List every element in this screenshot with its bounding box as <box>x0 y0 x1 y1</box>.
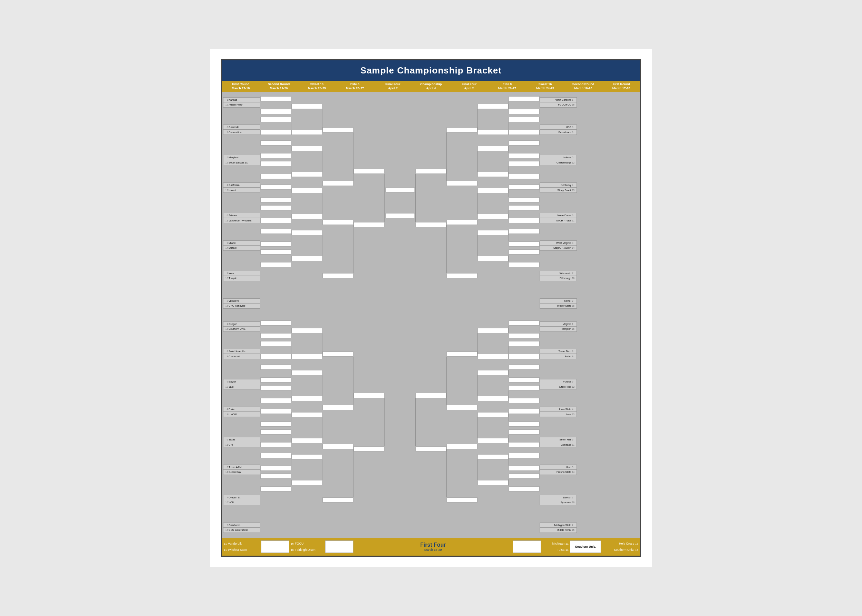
right-e8-bottom <box>446 317 477 536</box>
s16-2a <box>291 146 322 151</box>
rs16-2a <box>477 146 509 151</box>
br-match-1: Virginia1 Hampton16 <box>540 321 577 332</box>
ff-tulsa: Tulsa 11 <box>542 547 569 553</box>
team-north-carolina: North Carolina1 <box>540 97 577 102</box>
adv-2b <box>260 130 291 135</box>
adv-4b <box>260 174 291 179</box>
spacer <box>223 115 260 118</box>
r-match-5: Notre Dame6 MICH / Tulsa11 <box>540 213 577 223</box>
rff-1b <box>416 222 446 227</box>
match-1: 1Kansas 16Austin Peay <box>223 97 260 108</box>
spacer <box>223 230 260 233</box>
br-match-3: Purdue5 Little Rock12 <box>540 379 577 390</box>
r-match-2: USC8 Providence9 <box>540 124 577 135</box>
round-header-r1-right: First RoundMarch 17-18 <box>602 81 640 92</box>
team-mich-tulsa: MICH / Tulsa11 <box>540 218 577 223</box>
round-header-r2-left: Second RoundMarch 19-20 <box>260 81 298 92</box>
b-match-5: 6Texas 11UNI <box>223 437 260 447</box>
ff-tulsa-name: Tulsa <box>557 548 564 552</box>
team-villanova: 2Villanova <box>223 299 260 303</box>
team-michigan-state: Michigan State2 <box>540 523 577 528</box>
b-match-8: 2Oklahoma 15CSU Bakersfield <box>223 523 260 533</box>
team-syracuse: Syracuse10 <box>540 500 577 505</box>
br-match-4: Iowa State4 Iona13 <box>540 407 577 417</box>
rs16-2b <box>477 172 509 177</box>
round-header-ff-right: Final FourApril 2 <box>450 81 488 92</box>
team-utah: Utah3 <box>540 465 577 470</box>
b-match-3: 5Baylor 12Yale <box>223 379 260 390</box>
left-r1-bottom: 1Oregon 16Southern Univ. 8Saint Joseph's… <box>223 317 260 536</box>
spacer <box>223 258 260 264</box>
round-header-ff-left: Final FourApril 2 <box>374 81 412 92</box>
team-texas-tech: Texas Tech8 <box>540 349 577 354</box>
b-match-2: 8Saint Joseph's 9Cincinnati <box>223 349 260 359</box>
round-header-e8-right: Elite 8March 26-27 <box>488 81 526 92</box>
ff-southern-univ-right: Southern Univ. 16 <box>602 547 639 553</box>
rr2-5a <box>509 184 540 190</box>
ff-fairleigh: 16 Fairleigh D'son <box>290 547 325 553</box>
ff-vanderbilt-name: Vanderbilt <box>228 542 242 545</box>
ff-fgcu-seed: 16 <box>290 542 294 545</box>
right-s16-bottom <box>477 317 509 536</box>
match-2: 8Colorado 9Connecticut <box>223 124 260 135</box>
br-match-8: Michigan State2 Middle Tenn.15 <box>540 523 577 533</box>
rr2-6b <box>509 218 540 223</box>
right-r2-top <box>509 93 540 312</box>
ff-witchita-name: Witchita State <box>228 548 247 552</box>
s16-1b <box>291 130 322 135</box>
team-vcu: 10VCU <box>223 500 260 505</box>
rs16-3a <box>477 188 509 193</box>
b-match-1: 1Oregon 16Southern Univ. <box>223 321 260 332</box>
round-header-s16-right: Sweet 16March 24-25 <box>526 81 564 92</box>
left-s16-bottom <box>291 317 322 536</box>
team-saint-josephs: 8Saint Joseph's <box>223 349 260 354</box>
team-california: 4California <box>223 182 260 188</box>
adv-5b <box>260 197 291 203</box>
ff-fgcu: 16 FGCU <box>290 541 325 547</box>
match-4: 4California 13Hawaii <box>223 182 260 193</box>
team-wisconsin: Wisconsin7 <box>540 271 577 276</box>
ff-fgcu-name: FGCU <box>295 542 304 545</box>
team-austin-peay: 16Austin Peay <box>223 102 260 108</box>
br-match-7: Dayton7 Syracuse10 <box>540 495 577 505</box>
r-match-3: Indiana5 Chattanooga12 <box>540 155 577 165</box>
team-vanderbilt-witchita: 11Vanderbilt / Witchita <box>223 218 260 223</box>
spacer <box>223 200 260 206</box>
spacer <box>540 142 577 148</box>
team-butler: Butler9 <box>540 354 577 359</box>
ff-witchita-state: 11 Witchita State <box>223 547 260 553</box>
match-7: 7Iowa 10Temple <box>223 271 260 281</box>
s16-4a <box>291 230 322 235</box>
spacer <box>540 115 577 118</box>
ff-adv-3 <box>513 541 541 553</box>
rs16-1a <box>477 104 509 109</box>
round-header-s16-left: Sweet 16March 24-25 <box>298 81 336 92</box>
team-xavier: Xavier2 <box>540 299 577 303</box>
round-header-champ: ChampionshipApril 4 <box>412 81 450 92</box>
team-duke: 4Duke <box>223 407 260 412</box>
ff-holy-cross-name: Holy Cross <box>619 542 634 545</box>
adv-1a <box>260 96 291 101</box>
left-r2-top <box>260 93 291 312</box>
rs16-4b <box>477 256 509 261</box>
rr2-5b <box>509 197 540 203</box>
ff-witchita-seed: 11 <box>224 548 227 552</box>
team-providence: Providence9 <box>540 130 577 135</box>
ff-holy-cross: Holy Cross 16 <box>602 541 639 547</box>
team-oregon: 1Oregon <box>223 321 260 327</box>
adv-2a <box>260 117 291 122</box>
team-steph-f-austin: Steph. F. Austin14 <box>540 245 577 251</box>
team-uncw: 13UNCW <box>223 412 260 417</box>
s16-4b <box>291 256 322 261</box>
rr2-3a <box>509 140 540 146</box>
b-match-4: 4Duke 13UNCW <box>223 407 260 417</box>
team-kansas: 1Kansas <box>223 97 260 102</box>
mid-separator <box>223 312 639 317</box>
e8-2a <box>322 220 353 225</box>
bracket-header: Sample Championship Bracket <box>222 60 640 81</box>
rr2-7a <box>509 229 540 234</box>
br-match-6: Utah3 Fresno State14 <box>540 465 577 475</box>
team-southern-univ: 16Southern Univ. <box>223 327 260 332</box>
b-match-6: 3Texas A&M 14Green Bay <box>223 465 260 475</box>
team-maryland: 5Maryland <box>223 155 260 160</box>
